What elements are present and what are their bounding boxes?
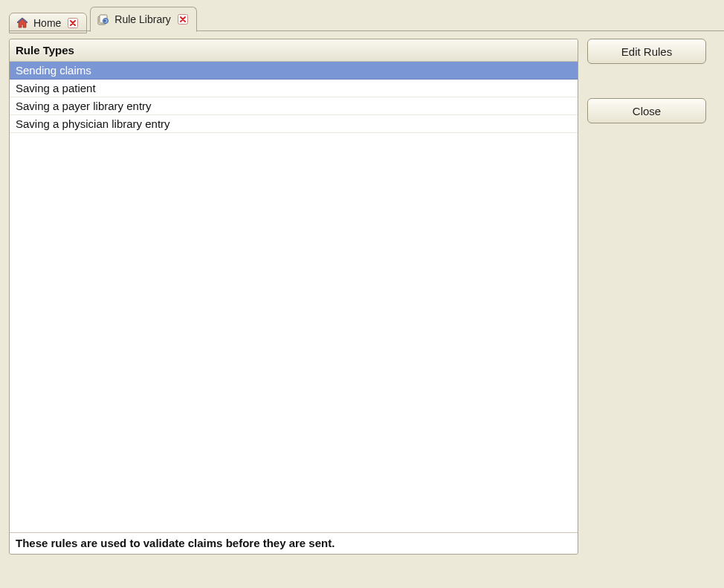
library-icon xyxy=(97,13,110,26)
tab-rule-library-label: Rule Library xyxy=(114,13,172,25)
list-body: Sending claims Saving a patient Saving a… xyxy=(10,62,578,532)
list-header: Rule Types xyxy=(10,39,578,62)
sidebar: Edit Rules Close xyxy=(587,39,706,123)
list-item[interactable]: Sending claims xyxy=(10,62,578,80)
edit-rules-button[interactable]: Edit Rules xyxy=(587,39,706,64)
close-icon xyxy=(68,18,78,28)
rule-types-list: Rule Types Sending claims Saving a patie… xyxy=(9,39,578,555)
list-item[interactable]: Saving a patient xyxy=(10,80,578,97)
tab-home-label: Home xyxy=(33,17,62,29)
tab-home-close-button[interactable] xyxy=(67,17,79,29)
list-footer: These rules are used to validate claims … xyxy=(10,532,578,554)
content-row: Rule Types Sending claims Saving a patie… xyxy=(9,39,724,555)
home-icon xyxy=(16,16,29,30)
close-icon xyxy=(178,14,188,25)
list-item[interactable]: Saving a physician library entry xyxy=(10,115,578,133)
tab-rule-library[interactable]: Rule Library xyxy=(90,7,196,32)
rule-types-panel: Rule Types Sending claims Saving a patie… xyxy=(9,39,578,555)
close-button[interactable]: Close xyxy=(587,98,706,123)
list-item[interactable]: Saving a payer library entry xyxy=(10,97,578,115)
tab-rule-library-close-button[interactable] xyxy=(177,13,189,25)
tabstrip: Home Rule Library xyxy=(0,0,724,31)
tab-home[interactable]: Home xyxy=(9,13,87,33)
tab-content: Rule Types Sending claims Saving a patie… xyxy=(9,31,724,588)
